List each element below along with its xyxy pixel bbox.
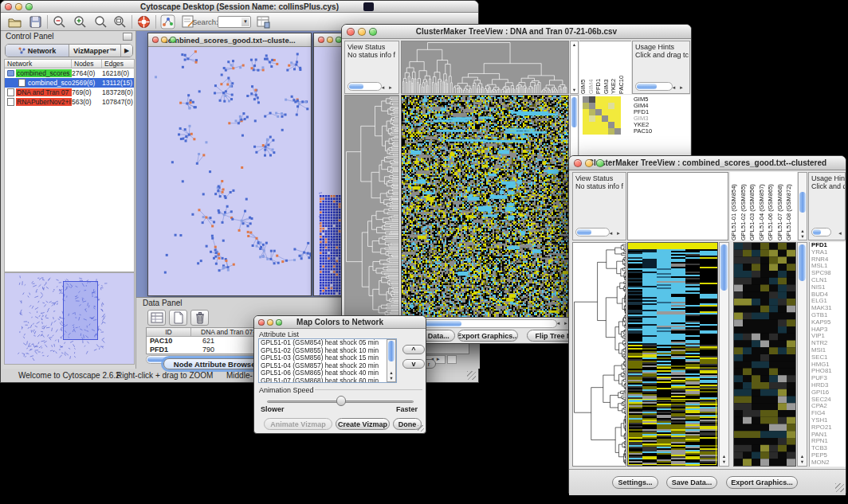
scroll-up-arrow[interactable]: ▲	[720, 454, 728, 459]
open-session-icon[interactable]	[7, 14, 22, 29]
network-node-icon[interactable]	[160, 14, 175, 29]
scroll-down-arrow[interactable]: ▼	[799, 234, 807, 239]
slider-thumb[interactable]	[336, 396, 346, 406]
network-tree-row[interactable]: combined_scores 2764(0) 16218(0)	[5, 68, 134, 78]
float-panel-icon[interactable]	[123, 33, 132, 41]
global-heatmap-canvas[interactable]	[628, 243, 717, 466]
birds-eye-view[interactable]	[4, 272, 135, 365]
treeview1-action-button[interactable]: Export Graphics...	[457, 330, 518, 342]
minimize-button[interactable]	[15, 3, 22, 10]
close-button[interactable]	[258, 319, 265, 326]
zoom-in-icon[interactable]	[73, 14, 88, 29]
zoom-selected-icon[interactable]	[93, 14, 108, 29]
minimize-button[interactable]	[358, 28, 366, 36]
column-label[interactable]: GIM3	[603, 41, 610, 94]
scrollbar-arrows[interactable]: ◄ ►	[380, 84, 394, 92]
zoom-heatmap-canvas[interactable]	[734, 243, 795, 466]
status-scrollbar[interactable]: ◄ ►	[347, 82, 394, 91]
network-tree-row[interactable]: RNAPuberNov2+I 563(0) 107847(0)	[5, 97, 134, 107]
column-label[interactable]: GPL51-07 (GSM868)	[776, 172, 786, 240]
zoom-fit-icon[interactable]	[112, 14, 128, 29]
treeview2-titlebar[interactable]: ClusterMaker TreeView : combined_scores_…	[569, 156, 846, 170]
search-combobox[interactable]: ▼	[218, 16, 251, 28]
column-label[interactable]: GIM4	[587, 41, 595, 94]
scroll-down-arrow[interactable]: ▼	[720, 459, 728, 464]
heatmap-panel[interactable]	[401, 95, 569, 318]
global-heatmap-panel[interactable]	[627, 242, 718, 467]
column-label[interactable]: GPL51-08 (GSM872)	[785, 172, 795, 240]
tab-network[interactable]: Network	[6, 45, 69, 57]
scrollbar-thumb[interactable]	[799, 192, 806, 213]
scrollbar-thumb[interactable]	[637, 84, 657, 89]
row-dendrogram-canvas[interactable]	[345, 96, 398, 317]
column-dendrogram-canvas[interactable]	[402, 41, 568, 93]
column-label[interactable]: GPL51-02 (GSM855)	[740, 172, 749, 240]
scroll-down-arrow[interactable]: ▼	[571, 88, 578, 92]
search-input[interactable]	[219, 18, 241, 26]
treeview2-action-button[interactable]: Export Graphics...	[726, 476, 798, 489]
tab-vizmapper[interactable]: VizMapper™	[69, 45, 121, 57]
zoom-button[interactable]	[26, 3, 33, 10]
close-button[interactable]	[318, 37, 324, 43]
treeview2-action-button[interactable]: Settings...	[612, 476, 658, 489]
move-up-button[interactable]: ^	[402, 345, 425, 354]
tab-overflow-arrow[interactable]: ▶	[121, 45, 132, 57]
scrollbar-thumb[interactable]	[571, 97, 577, 127]
zoom-button[interactable]	[170, 37, 176, 43]
row-dendrogram-panel[interactable]	[344, 95, 399, 318]
resize-grip[interactable]	[418, 425, 424, 432]
column-label[interactable]: YKE2	[610, 41, 618, 94]
move-down-button[interactable]: v	[402, 359, 425, 369]
labels-vertical-scrollbar[interactable]: ▲ ▼	[798, 172, 807, 240]
scrollbar-thumb[interactable]	[813, 229, 821, 235]
scrollbar-arrows[interactable]: ◄ ►	[556, 321, 569, 326]
zoom-button[interactable]	[276, 319, 282, 326]
column-label[interactable]: GPL51-01 (GSM854)	[730, 172, 740, 240]
dialog-titlebar[interactable]: Map Colors to Network	[254, 316, 426, 329]
column-label[interactable]: GPL51-04 (GSM857)	[758, 172, 768, 240]
close-button[interactable]	[5, 3, 12, 10]
scroll-up-arrow[interactable]: ▲	[387, 370, 395, 375]
zoom-button[interactable]	[596, 159, 604, 167]
scroll-up-arrow[interactable]: ▲	[798, 454, 807, 459]
close-button[interactable]	[152, 37, 159, 43]
scrollbar-thumb[interactable]	[720, 244, 728, 291]
row-label[interactable]: PAC10	[634, 128, 672, 135]
zoom-vertical-scrollbar[interactable]: ▲ ▼	[797, 242, 807, 467]
column-label[interactable]: GIM5	[579, 41, 587, 94]
dialog-action-button[interactable]: Animate Vizmap	[264, 418, 332, 430]
status-scrollbar[interactable]: ◄ ►	[575, 228, 622, 236]
search-dropdown-arrow-icon[interactable]: ▼	[241, 18, 249, 26]
dialog-action-button[interactable]: Create Vizmap	[336, 418, 390, 430]
scrollbar-thumb[interactable]	[577, 229, 591, 235]
global-vertical-scrollbar[interactable]: ▲ ▼	[719, 242, 729, 467]
zoom-out-icon[interactable]	[52, 14, 67, 29]
scroll-down-arrow[interactable]: ▼	[387, 376, 395, 381]
treeview1-titlebar[interactable]: ClusterMaker TreeView : DNA and Tran 07-…	[342, 25, 691, 39]
network-graph-canvas[interactable]	[148, 47, 311, 295]
minimize-button[interactable]	[267, 319, 273, 326]
heatmap-canvas[interactable]	[402, 96, 568, 317]
column-dendrogram-panel[interactable]	[401, 41, 569, 94]
treeview2-action-button[interactable]: Save Data...	[666, 476, 717, 489]
new-attribute-icon[interactable]	[169, 310, 187, 326]
close-button[interactable]	[347, 28, 355, 36]
hints-scrollbar[interactable]: ◄ ►	[635, 82, 685, 91]
main-titlebar[interactable]: Cytoscape Desktop (Session Name: collins…	[1, 1, 478, 13]
resize-grip[interactable]	[835, 483, 844, 492]
select-attributes-icon[interactable]	[147, 310, 166, 326]
help-lifebuoy-icon[interactable]	[136, 14, 151, 29]
save-session-icon[interactable]	[28, 14, 43, 29]
hints-scrollbar[interactable]: ◄	[811, 228, 843, 236]
attribute-list-item[interactable]: GPL51-07 (GSM868) heat shock 60 min	[261, 377, 396, 383]
minimize-button[interactable]	[585, 159, 593, 167]
zoom-matrix-canvas[interactable]	[583, 96, 621, 135]
column-dendrogram-panel[interactable]	[627, 172, 728, 240]
network-view-titlebar[interactable]: combined_scores_good.txt--cluste...	[148, 33, 311, 47]
network-tree-row[interactable]: combined_sco 2569(6) 13112(15)	[5, 78, 134, 88]
scrollbar-arrows[interactable]: ◄ ►	[671, 84, 685, 92]
scrollbar-arrows[interactable]: ◄	[838, 229, 843, 237]
scrollbar-arrows[interactable]: ◄ ►	[608, 229, 622, 237]
zoom-heatmap-panel[interactable]	[733, 242, 796, 467]
network-overview-canvas[interactable]	[5, 273, 134, 364]
